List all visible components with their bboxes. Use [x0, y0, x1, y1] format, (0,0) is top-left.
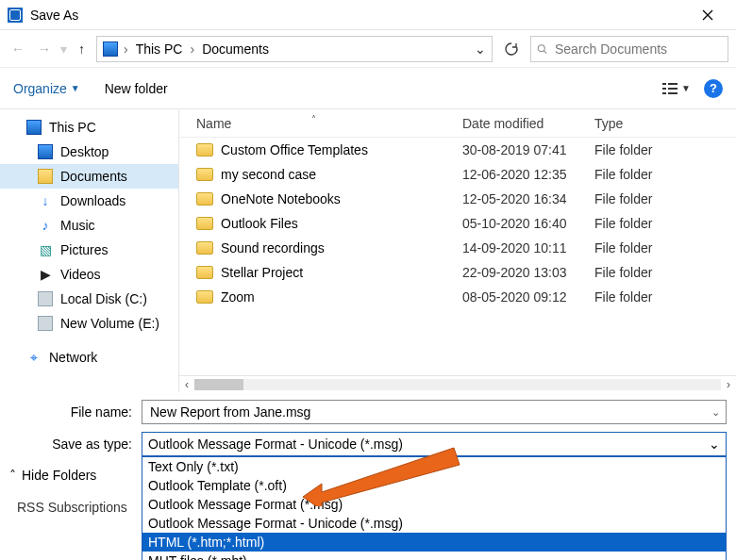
file-name: Stellar Project [221, 265, 303, 280]
refresh-button[interactable] [498, 36, 525, 62]
nav-up-button[interactable]: ↑ [73, 40, 91, 58]
chevron-right-icon: › [190, 41, 194, 57]
sidebar-item-label: Music [60, 218, 95, 233]
sidebar-item-label: Pictures [60, 242, 109, 257]
type-option[interactable]: Outlook Template (*.oft) [142, 476, 726, 495]
scroll-track[interactable] [194, 379, 721, 390]
sidebar-item-new-volume-e-[interactable]: New Volume (E:) [0, 311, 178, 336]
nav-forward-button[interactable]: → [34, 40, 55, 58]
table-row[interactable]: Custom Office Templates30-08-2019 07:41F… [179, 138, 736, 162]
toolbar: Organize ▼ New folder ▼ ? [0, 68, 736, 109]
fld-y-icon [38, 169, 53, 184]
sidebar-item-label: Downloads [60, 193, 125, 208]
hide-folders-button[interactable]: ˄ Hide Folders [9, 468, 96, 483]
file-name: Custom Office Templates [221, 142, 368, 157]
sidebar-item-desktop[interactable]: Desktop [0, 140, 178, 164]
sidebar-item-this-pc[interactable]: This PC [0, 115, 178, 140]
svg-rect-8 [668, 88, 677, 90]
organize-menu[interactable]: Organize ▼ [13, 81, 80, 96]
filename-dropdown-icon[interactable]: ⌄ [711, 406, 720, 419]
sidebar-item-network[interactable]: ⌖Network [0, 345, 178, 370]
table-row[interactable]: Outlook Files05-10-2020 16:40File folder [179, 211, 736, 236]
sidebar-item-label: Videos [60, 267, 101, 282]
file-date: 30-08-2019 07:41 [462, 142, 594, 157]
table-row[interactable]: my second case12-06-2020 12:35File folde… [179, 162, 736, 187]
new-folder-button[interactable]: New folder [105, 81, 168, 96]
column-name[interactable]: Name ˄ [179, 116, 462, 131]
window-title: Save As [30, 8, 78, 23]
column-type[interactable]: Type [594, 116, 736, 131]
sidebar-item-music[interactable]: ♪Music [0, 213, 178, 238]
this-pc-icon [103, 41, 118, 57]
svg-line-3 [544, 50, 546, 53]
file-date: 12-06-2020 12:35 [462, 167, 594, 182]
type-option[interactable]: MHT files (*.mht) [142, 552, 726, 560]
help-button[interactable]: ? [704, 79, 723, 98]
svg-rect-4 [662, 83, 666, 85]
chevron-down-icon: ▼ [71, 83, 80, 93]
file-name: Outlook Files [221, 216, 298, 231]
chevron-right-icon: › [124, 41, 128, 57]
search-icon [537, 42, 547, 56]
svg-rect-5 [662, 88, 666, 90]
table-row[interactable]: OneNote Notebooks12-05-2020 16:34File fo… [179, 187, 736, 211]
table-row[interactable]: Sound recordings14-09-2020 10:11File fol… [179, 236, 736, 260]
breadcrumb-this-pc[interactable]: This PC [134, 40, 185, 58]
type-option[interactable]: Outlook Message Format (*.msg) [142, 495, 726, 514]
file-name-field[interactable]: ⌄ [142, 400, 727, 424]
file-type: File folder [594, 216, 736, 231]
sidebar-item-videos[interactable]: ▶Videos [0, 262, 178, 287]
sidebar-item-label: Local Disk (C:) [60, 291, 147, 306]
sidebar-item-label: This PC [49, 120, 96, 135]
file-date: 22-09-2020 13:03 [462, 265, 594, 280]
breadcrumb-dropdown[interactable]: ⌄ [475, 41, 486, 57]
horizontal-scrollbar[interactable]: ‹ › [179, 375, 736, 392]
file-type: File folder [594, 167, 736, 182]
sidebar-item-label: New Volume (E:) [60, 316, 159, 331]
scroll-left-button[interactable]: ‹ [185, 378, 189, 391]
file-name: my second case [221, 167, 316, 182]
sidebar-item-documents[interactable]: Documents [0, 164, 178, 189]
scroll-thumb[interactable] [194, 379, 243, 390]
search-box[interactable] [530, 36, 728, 62]
breadcrumb-bar[interactable]: › This PC › Documents ⌄ [96, 36, 493, 62]
folder-icon [196, 241, 213, 255]
sidebar-item-local-disk-c-[interactable]: Local Disk (C:) [0, 287, 178, 311]
save-type-combo[interactable]: Outlook Message Format - Unicode (*.msg)… [142, 432, 727, 456]
breadcrumb-documents[interactable]: Documents [200, 40, 271, 58]
mus-icon: ♪ [38, 218, 53, 233]
sidebar-item-pictures[interactable]: ▧Pictures [0, 238, 178, 262]
file-name-input[interactable] [148, 404, 711, 420]
type-option[interactable]: Text Only (*.txt) [142, 457, 726, 476]
sidebar-item-downloads[interactable]: ↓Downloads [0, 189, 178, 213]
table-row[interactable]: Zoom08-05-2020 09:12File folder [179, 285, 736, 309]
file-type: File folder [594, 289, 736, 305]
file-date: 05-10-2020 16:40 [462, 216, 594, 231]
hide-folders-label: Hide Folders [22, 468, 96, 483]
sort-asc-icon: ˄ [311, 114, 316, 124]
scroll-right-button[interactable]: › [727, 378, 730, 391]
close-button[interactable] [687, 1, 728, 29]
main-area: This PCDesktopDocuments↓Downloads♪Music▧… [0, 109, 736, 392]
outlook-icon [8, 8, 23, 23]
file-date: 08-05-2020 09:12 [462, 289, 594, 305]
file-date: 14-09-2020 10:11 [462, 240, 594, 255]
disk-icon [38, 291, 53, 306]
nav-back-button[interactable]: ← [8, 40, 28, 58]
file-date: 12-05-2020 16:34 [462, 191, 594, 206]
nav-row: ← → ▾ ↑ › This PC › Documents ⌄ [0, 30, 736, 68]
save-form: File name: ⌄ Save as type: Outlook Messa… [0, 392, 736, 456]
type-option[interactable]: HTML (*.htm;*.html) [142, 533, 726, 552]
sidebar-item-label: Documents [60, 169, 127, 184]
type-option[interactable]: Outlook Message Format - Unicode (*.msg) [142, 514, 726, 533]
save-type-label: Save as type: [9, 436, 142, 452]
table-row[interactable]: Stellar Project22-09-2020 13:03File fold… [179, 260, 736, 285]
search-input[interactable] [553, 41, 722, 58]
organize-label: Organize [13, 81, 67, 96]
view-options-button[interactable]: ▼ [662, 82, 691, 95]
chevron-down-icon[interactable]: ⌄ [709, 436, 720, 452]
column-headers: Name ˄ Date modified Type [179, 109, 736, 138]
column-date[interactable]: Date modified [462, 116, 594, 131]
file-name: OneNote Notebooks [221, 191, 341, 206]
sidebar: This PCDesktopDocuments↓Downloads♪Music▧… [0, 109, 179, 392]
